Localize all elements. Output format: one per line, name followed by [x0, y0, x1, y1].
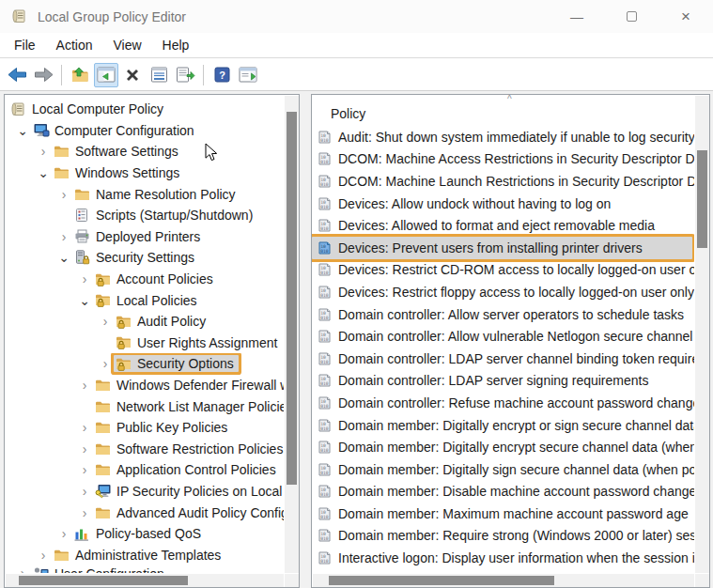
tree-item[interactable]: › Windows Defender Firewall with Advance… [5, 375, 284, 396]
policy-list-item[interactable]: 10010 Domain member: Digitally encrypt s… [312, 436, 694, 458]
tree-item[interactable]: User Rights Assignment [5, 333, 284, 354]
tree-node-box[interactable]: Name Resolution Policy [72, 186, 240, 203]
tree-node-box[interactable]: Security Settings [72, 249, 199, 266]
policy-list-item[interactable]: 10010 Domain controller: Allow server op… [312, 303, 694, 326]
policy-list-item[interactable]: 10010 Domain member: Digitally encrypt o… [312, 414, 694, 437]
tree-item[interactable]: › Security Options [5, 353, 284, 375]
chevron-icon[interactable]: ⌄ [55, 250, 72, 265]
policy-list-item[interactable]: 10010 Audit: Shut down system immediatel… [312, 126, 694, 148]
tree-item[interactable]: › Application Control Policies [5, 459, 284, 481]
chevron-icon[interactable]: › [76, 484, 93, 499]
show-hide-action-pane-button[interactable] [236, 63, 260, 87]
tree-node-box[interactable]: Software Settings [52, 143, 183, 160]
back-button[interactable] [5, 63, 29, 87]
policy-list-item[interactable]: 10010 Domain controller: Refuse machine … [312, 392, 694, 414]
tree-node-box[interactable]: Windows Settings [52, 164, 184, 181]
tree-item[interactable]: › Audit Policy [5, 311, 284, 333]
show-hide-console-tree-button[interactable] [94, 63, 118, 87]
policy-list-item[interactable]: 10010 Devices: Allow undock without havi… [312, 193, 694, 215]
chevron-icon[interactable]: › [76, 271, 93, 286]
tree-node-box[interactable]: IP Security Policies on Local Computer [93, 483, 284, 500]
chevron-icon[interactable]: › [76, 505, 93, 520]
tree-item[interactable]: › User Configuration [5, 565, 284, 573]
chevron-icon[interactable]: › [97, 356, 114, 371]
tree-vertical-scrollbar[interactable] [285, 96, 299, 573]
tree-item[interactable]: › Software Restriction Policies [5, 439, 284, 460]
close-button[interactable]: × [659, 0, 713, 33]
tree-node-box[interactable]: Advanced Audit Policy Configuration [93, 504, 284, 521]
tree-item[interactable]: › Advanced Audit Policy Configuration [5, 502, 284, 523]
tree-item[interactable]: › Public Key Policies [5, 417, 284, 439]
list-horizontal-scrollbar[interactable] [313, 574, 694, 587]
tree-item[interactable]: › Policy-based QoS [5, 523, 284, 545]
tree-horizontal-scrollbar[interactable] [6, 574, 284, 587]
tree-item[interactable]: › IP Security Policies on Local Computer [5, 481, 284, 503]
chevron-icon[interactable]: › [76, 420, 93, 435]
list-vertical-scrollbar[interactable] [695, 96, 709, 573]
policy-list-item[interactable]: 10010 Domain controller: LDAP server sig… [312, 370, 694, 393]
tree-node-box[interactable]: Policy-based QoS [72, 525, 206, 542]
chevron-icon[interactable]: ⌄ [14, 123, 31, 138]
tree-item[interactable]: ⌄ Computer Configuration [5, 120, 284, 142]
chevron-icon[interactable]: › [76, 378, 93, 393]
tree-node-box[interactable]: Application Control Policies [93, 461, 281, 478]
chevron-icon[interactable]: › [35, 548, 52, 563]
policy-list-item[interactable]: 10010 Domain member: Disable machine acc… [312, 481, 694, 503]
menu-file[interactable]: File [4, 35, 46, 55]
menu-help[interactable]: Help [152, 35, 200, 55]
scrollbar-thumb[interactable] [329, 576, 554, 585]
tree-node-box[interactable]: Deployed Printers [72, 228, 205, 245]
help-button[interactable]: ? [209, 63, 234, 87]
chevron-icon[interactable]: › [76, 441, 93, 456]
chevron-icon[interactable]: › [14, 565, 31, 573]
policy-list-item[interactable]: 10010 Domain member: Require strong (Win… [312, 525, 694, 548]
policy-list-item[interactable]: 10010 Devices: Restrict CD-ROM access to… [312, 259, 694, 282]
tree-node-box[interactable]: Computer Configuration [31, 122, 199, 139]
tree-item[interactable]: ⌄ Security Settings [5, 247, 284, 269]
scrollbar-thumb[interactable] [19, 576, 188, 585]
policy-list-item[interactable]: 10010 Devices: Restrict floppy access to… [312, 281, 694, 303]
tree-node-box[interactable]: Administrative Templates [52, 547, 225, 564]
tree-node-box[interactable]: Software Restriction Policies [93, 441, 284, 457]
chevron-icon[interactable]: › [55, 187, 72, 202]
scrollbar-thumb[interactable] [287, 112, 297, 485]
up-one-level-button[interactable] [68, 63, 92, 87]
tree-item[interactable]: ⌄ Windows Settings [5, 162, 284, 184]
tree-item[interactable]: ⌄ Local Policies [5, 289, 284, 311]
policy-list-item[interactable]: 10010 Domain controller: Allow vulnerabl… [312, 325, 694, 348]
delete-button[interactable] [120, 63, 145, 87]
tree-item[interactable]: Scripts (Startup/Shutdown) [5, 205, 284, 226]
tree-node-box[interactable]: Security Options [114, 355, 239, 372]
tree-node-box[interactable]: Local Computer Policy [8, 101, 168, 117]
minimize-button[interactable]: — [550, 0, 604, 33]
chevron-icon[interactable]: › [76, 462, 93, 477]
menu-action[interactable]: Action [46, 35, 103, 55]
tree-node-box[interactable]: Windows Defender Firewall with Advanced … [93, 377, 284, 394]
tree-node-box[interactable]: Audit Policy [114, 313, 210, 330]
tree-item[interactable]: › Account Policies [5, 269, 284, 290]
chevron-icon[interactable]: › [55, 229, 72, 244]
properties-button[interactable] [147, 63, 171, 87]
menu-view[interactable]: View [102, 35, 151, 55]
policy-list-item[interactable]: 10010 Devices: Allowed to format and eje… [312, 214, 694, 237]
tree-node-box[interactable]: Public Key Policies [93, 419, 232, 436]
chevron-icon[interactable]: ⌄ [35, 165, 52, 180]
policy-list-item[interactable]: 10010 DCOM: Machine Launch Restrictions … [312, 170, 694, 193]
policy-list-item[interactable]: 10010 Devices: Prevent users from instal… [312, 237, 692, 259]
policy-list-item[interactable]: 10010 Interactive logon: Display user in… [312, 547, 694, 569]
tree-node-box[interactable]: User Rights Assignment [114, 334, 282, 351]
chevron-icon[interactable]: ⌄ [76, 293, 93, 308]
tree-node-box[interactable]: Scripts (Startup/Shutdown) [72, 207, 257, 224]
tree-item[interactable]: Local Computer Policy [5, 99, 284, 120]
chevron-icon[interactable]: › [97, 314, 114, 329]
tree-node-box[interactable]: Local Policies [93, 292, 202, 309]
tree-item[interactable]: › Administrative Templates [5, 544, 284, 565]
chevron-icon[interactable]: › [55, 526, 72, 541]
tree-node-box[interactable]: User Configuration [31, 565, 169, 573]
forward-button[interactable] [31, 63, 55, 87]
policy-list-item[interactable]: 10010 DCOM: Machine Access Restrictions … [312, 148, 694, 171]
chevron-icon[interactable]: › [35, 144, 52, 159]
policy-list-item[interactable]: 10010 Domain member: Maximum machine acc… [312, 503, 694, 525]
export-list-button[interactable] [173, 63, 197, 87]
maximize-button[interactable] [604, 0, 659, 33]
